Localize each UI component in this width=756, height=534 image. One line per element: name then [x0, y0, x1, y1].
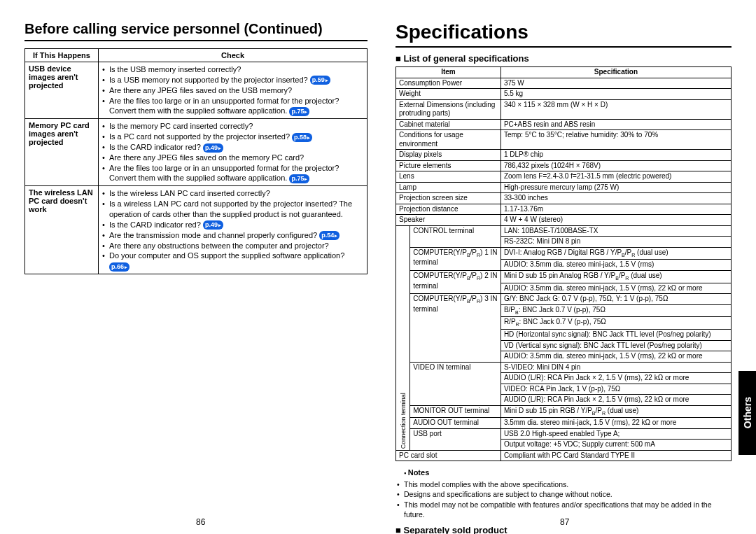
spec-table: Item Specification Consumption Power375 …	[396, 66, 732, 461]
left-page: Before calling service personnel (Contin…	[24, 21, 368, 534]
spec-value: 340 × 115 × 328 mm (W × H × D)	[500, 99, 731, 119]
troubleshoot-table: If This Happens Check USB device images …	[24, 48, 368, 274]
conn-spec: AUDIO: 3.5mm dia. stereo mini-jack, 1.5 …	[500, 351, 731, 363]
page-ref: p.58	[292, 133, 312, 142]
note-item: Designs and specifications are subject t…	[397, 489, 732, 499]
spec-item: Picture elements	[396, 160, 501, 171]
conn-spec: RS-232C: Mini DIN 8 pin	[500, 237, 731, 248]
right-title: Specifications	[396, 21, 732, 48]
spec-item: Consumption Power	[396, 78, 501, 89]
left-title: Before calling service personnel (Contin…	[24, 21, 368, 41]
page-ref: p.75	[289, 107, 309, 116]
conn-spec: G/Y: BNC Jack G: 0.7 V (p-p), 75Ω, Y: 1 …	[500, 294, 731, 305]
spec-item: Weight	[396, 89, 501, 100]
spec-item: Cabinet material	[396, 119, 501, 130]
spec-value: 4 W + 4 W (stereo)	[500, 215, 731, 226]
conn-spec: AUDIO (L/R): RCA Pin Jack × 2, 1.5 V (rm…	[500, 395, 731, 406]
page-ref: p.66	[109, 262, 130, 272]
page-ref: p.49	[203, 143, 223, 153]
trouble-checks: Is the memory PC card inserted correctly…	[99, 119, 368, 186]
spec-value: Zoom lens F=2.4-3.0 f=21-31.5 mm (electr…	[500, 171, 731, 183]
note-item: This model complies with the above speci…	[397, 479, 732, 489]
trouble-if: Memory PC card images aren't projected	[25, 119, 99, 186]
right-page: Specifications List of general specifica…	[396, 21, 732, 534]
conn-spec: R/PR: BNC Jack 0.7 V (p-p), 75Ω	[500, 317, 731, 330]
spec-item: Lamp	[396, 182, 501, 193]
conn-terminal-label: Connection terminal	[396, 225, 410, 450]
spec-item: Lens	[396, 171, 501, 183]
notes-list: This model complies with the above speci…	[396, 479, 732, 519]
spec-value: Compliant with PC Card Standard TYPE II	[500, 450, 731, 461]
col-check: Check	[99, 49, 368, 62]
conn-spec: B/PB: BNC Jack 0.7 V (p-p), 75Ω	[500, 304, 731, 317]
conn-spec: AUDIO: 3.5mm dia. stereo mini-jack, 1.5 …	[500, 260, 731, 271]
trouble-if: The wireless LAN PC card doesn't work	[25, 186, 99, 274]
trouble-checks: Is the wireless LAN PC card inserted cor…	[99, 186, 368, 274]
col-spec: Specification	[500, 67, 731, 78]
spec-value: 1.17-13.76m	[500, 204, 731, 215]
spec-item: Projection screen size	[396, 193, 501, 204]
conn-sub: USB port	[410, 428, 501, 450]
conn-spec: S-VIDEO: Mini DIN 4 pin	[500, 362, 731, 373]
trouble-if: USB device images aren't projected	[25, 62, 99, 119]
conn-spec: Mini D sub 15 pin RGB / Y/PB/PR (dual us…	[500, 405, 731, 418]
conn-sub: COMPUTER(Y/PB/PR) 2 IN terminal	[410, 270, 501, 293]
conn-spec: LAN: 10BASE-T/100BASE-TX	[500, 225, 731, 237]
conn-sub: MONITOR OUT terminal	[410, 405, 501, 418]
conn-sub: AUDIO OUT terminal	[410, 418, 501, 429]
spec-item: External Dimensions (including protrudin…	[396, 99, 501, 119]
conn-spec: HD (Horizontal sync signal): BNC Jack TT…	[500, 330, 731, 341]
conn-spec: VIDEO: RCA Pin Jack, 1 V (p-p), 75Ω	[500, 384, 731, 395]
spec-item: PC card slot	[396, 450, 501, 461]
page-ref: p.54	[319, 231, 340, 240]
spec-value: Temp: 5°C to 35°C; relative humidity: 30…	[500, 130, 731, 150]
trouble-checks: Is the USB memory inserted correctly?Is …	[99, 62, 368, 119]
col-if: If This Happens	[25, 49, 99, 62]
spec-value: 1 DLP® chip	[500, 150, 731, 161]
conn-sub: COMPUTER(Y/PB/PR) 3 IN terminal	[410, 294, 501, 363]
conn-spec: AUDIO (L/R): RCA Pin Jack × 2, 1.5 V (rm…	[500, 373, 731, 384]
conn-spec: Output voltage: +5 VDC; Supply current: …	[500, 440, 731, 451]
spec-item: Speaker	[396, 215, 501, 226]
spec-value: High-pressure mercury lamp (275 W)	[500, 182, 731, 193]
conn-spec: 3.5mm dia. stereo mini-jack, 1.5 V (rms)…	[500, 418, 731, 429]
notes-heading: Notes	[404, 468, 732, 477]
conn-spec: USB 2.0 High-speed enabled Type A;	[500, 428, 731, 440]
conn-spec: DVI-I: Analog RGB / Digital RGB / Y/PB/P…	[500, 247, 731, 260]
spec-value: 5.5 kg	[500, 89, 731, 100]
conn-sub: VIDEO IN terminal	[410, 362, 501, 405]
page-ref: p.59	[310, 76, 330, 85]
spec-item: Projection distance	[396, 204, 501, 215]
spec-value: PC+ABS resin and ABS resin	[500, 119, 731, 130]
conn-spec: VD (Vertical sync signal): BNC Jack TTL …	[500, 340, 731, 351]
conn-spec: AUDIO: 3.5mm dia. stereo mini-jack, 1.5 …	[500, 283, 731, 294]
page-ref: p.75	[289, 174, 309, 183]
col-item: Item	[396, 67, 501, 78]
spec-value: 33-300 inches	[500, 193, 731, 204]
spec-value: 375 W	[500, 78, 731, 89]
page-ref: p.49	[203, 220, 223, 230]
pagenum-right: 87	[560, 517, 569, 527]
conn-spec: Mini D sub 15 pin Analog RGB / Y/PB/PR (…	[500, 270, 731, 283]
conn-sub: COMPUTER(Y/PB/PR) 1 IN terminal	[410, 247, 501, 270]
conn-sub: CONTROL terminal	[410, 225, 501, 247]
pagenum-left: 86	[196, 517, 205, 527]
note-item: This model may not be compatible with fe…	[397, 500, 732, 519]
side-tab-others: Others	[738, 371, 756, 455]
spec-item: Conditions for usage environment	[396, 130, 501, 150]
sub-general: List of general specifications	[396, 53, 732, 64]
spec-item: Display pixels	[396, 150, 501, 161]
spec-value: 786,432 pixels (1024H × 768V)	[500, 160, 731, 171]
